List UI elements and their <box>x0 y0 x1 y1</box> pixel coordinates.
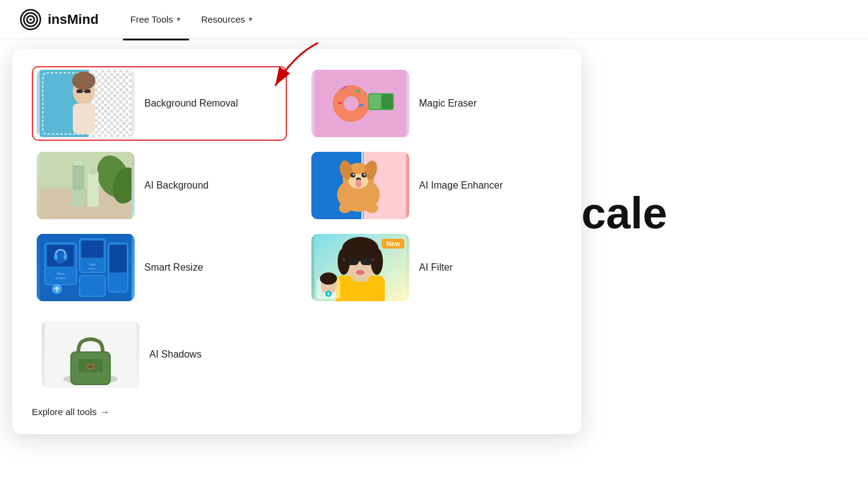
ai-shadows-illustration <box>45 321 136 388</box>
svg-text:product: product <box>88 267 97 270</box>
svg-rect-15 <box>84 89 91 93</box>
tool-item-ai-image-enhancer[interactable]: AI Image Enhancer <box>306 148 562 223</box>
svg-point-17 <box>72 72 95 90</box>
explore-label: Explore all tools <box>32 407 97 417</box>
svg-text:New: New <box>57 272 65 276</box>
tool-label-ai-image-enhancer: AI Image Enhancer <box>419 180 503 191</box>
tool-thumb-ai-image-enhancer <box>311 152 409 219</box>
tool-thumb-ai-background <box>37 152 135 219</box>
svg-rect-34 <box>73 165 84 190</box>
svg-point-76 <box>371 248 383 275</box>
smart-resize-illustration: New product New product <box>40 234 132 301</box>
svg-rect-60 <box>54 255 57 260</box>
tool-label-magic-eraser: Magic Eraser <box>419 98 477 109</box>
tool-thumb-smart-resize: New product New product <box>37 234 135 301</box>
svg-point-20 <box>344 96 358 111</box>
svg-rect-13 <box>73 103 95 134</box>
new-badge-ai-filter: New <box>382 239 404 249</box>
svg-point-3 <box>29 18 32 21</box>
nav-free-tools[interactable]: Free Tools ▼ <box>123 9 189 29</box>
svg-rect-14 <box>76 89 83 93</box>
ai-background-illustration <box>40 152 132 219</box>
svg-rect-35 <box>87 170 98 207</box>
logo-text: insMind <box>48 12 98 28</box>
svg-rect-68 <box>109 245 127 272</box>
tool-item-magic-eraser[interactable]: Magic Eraser <box>306 66 562 141</box>
tool-item-smart-resize[interactable]: New product New product <box>32 230 287 305</box>
ai-enhancer-illustration <box>314 152 406 219</box>
svg-text:product: product <box>56 276 66 280</box>
svg-point-47 <box>353 174 355 176</box>
svg-rect-63 <box>81 241 103 258</box>
svg-rect-36 <box>89 167 97 174</box>
magic-eraser-illustration <box>314 70 406 137</box>
svg-rect-27 <box>382 94 393 109</box>
tool-item-ai-background[interactable]: AI Background <box>32 148 287 223</box>
svg-rect-26 <box>369 94 380 109</box>
tool-label-ai-shadows: AI Shadows <box>149 349 201 360</box>
svg-text:New: New <box>89 263 95 266</box>
resources-chevron-icon: ▼ <box>247 16 253 23</box>
tool-thumb-ai-shadows <box>42 321 139 388</box>
svg-point-85 <box>320 272 337 285</box>
tool-label-ai-background: AI Background <box>144 180 209 191</box>
bg-removal-illustration <box>40 70 132 137</box>
tool-item-ai-filter[interactable]: New AI Filter <box>306 230 562 305</box>
free-tools-chevron-icon: ▼ <box>176 16 182 23</box>
tool-item-background-removal[interactable]: Background Removal <box>32 66 287 141</box>
svg-point-48 <box>364 174 366 176</box>
svg-rect-61 <box>64 255 67 260</box>
svg-rect-78 <box>361 258 372 265</box>
logo-icon <box>20 9 42 31</box>
svg-rect-66 <box>80 276 105 296</box>
svg-point-82 <box>356 270 365 275</box>
tool-thumb-background-removal <box>37 70 135 137</box>
svg-point-52 <box>339 203 351 213</box>
tool-item-ai-shadows[interactable]: AI Shadows <box>37 317 206 392</box>
svg-point-53 <box>366 203 378 213</box>
tool-label-background-removal: Background Removal <box>144 98 238 109</box>
resources-label: Resources <box>201 14 245 24</box>
tool-thumb-ai-filter: New <box>311 234 409 301</box>
tool-thumb-magic-eraser <box>311 70 409 137</box>
svg-rect-77 <box>347 258 358 265</box>
tools-grid: Background Removal <box>32 66 562 305</box>
tool-label-smart-resize: Smart Resize <box>144 262 203 273</box>
explore-all-tools-link[interactable]: Explore all tools → <box>32 404 562 419</box>
logo[interactable]: insMind <box>20 9 98 31</box>
tool-label-ai-filter: AI Filter <box>419 262 453 273</box>
explore-arrow-icon: → <box>100 407 109 417</box>
nav-resources[interactable]: Resources ▼ <box>194 9 261 29</box>
free-tools-label: Free Tools <box>130 14 173 24</box>
free-tools-dropdown: Background Removal <box>12 49 581 434</box>
header: insMind Free Tools ▼ Resources ▼ <box>0 0 868 39</box>
main-nav: Free Tools ▼ Resources ▼ <box>123 9 261 29</box>
